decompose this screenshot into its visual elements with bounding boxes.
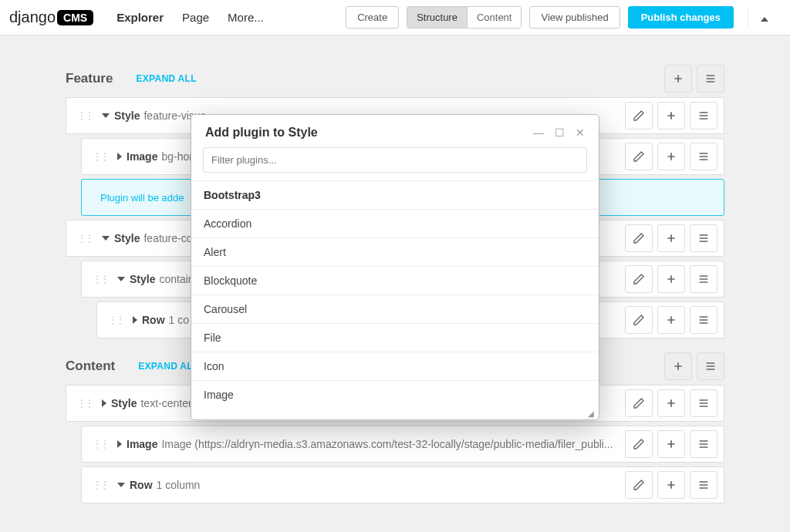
drag-handle-icon[interactable]: ⋮⋮ (88, 274, 113, 285)
add-button[interactable] (657, 389, 685, 417)
plugin-category: Bootstrap3 (191, 181, 599, 210)
brand-name: django (9, 8, 56, 26)
add-button[interactable] (657, 102, 685, 130)
edit-button[interactable] (625, 430, 653, 458)
structure-tab[interactable]: Structure (407, 7, 468, 28)
plugin-type: Image (127, 150, 157, 163)
plugin-name: Image (https://aldryn-media.s3.amazonaws… (161, 438, 625, 450)
chevron-down-icon[interactable] (117, 277, 125, 281)
drag-handle-icon[interactable]: ⋮⋮ (88, 151, 113, 162)
edit-button[interactable] (625, 306, 653, 334)
plugin-filter-input[interactable] (203, 147, 587, 173)
menu-page[interactable]: Page (182, 11, 209, 24)
top-toolbar: django CMS Explorer Page More... Create … (0, 0, 790, 35)
plugin-item[interactable]: Carousel (191, 295, 599, 324)
add-button[interactable] (664, 65, 692, 93)
plugin-item[interactable]: File (191, 324, 599, 352)
plugin-item[interactable]: Blockquote (191, 267, 599, 295)
menu-button[interactable] (697, 65, 724, 93)
plugin-type: Style (130, 273, 155, 285)
section-title: Feature (66, 71, 113, 86)
add-button[interactable] (657, 265, 685, 293)
plugin-type: Image (127, 438, 157, 450)
menu-button[interactable] (690, 102, 717, 130)
plugin-item[interactable]: Image (191, 381, 599, 408)
edit-button[interactable] (625, 389, 653, 417)
section-title: Content (66, 359, 115, 374)
add-button[interactable] (664, 352, 692, 380)
modal-header: Add plugin to Style — ☐ ✕ (191, 115, 599, 147)
edit-button[interactable] (625, 265, 653, 293)
publish-changes-button[interactable]: Publish changes (628, 6, 734, 29)
plugin-row[interactable]: ⋮⋮ Image Image (https://aldryn-media.s3.… (81, 426, 724, 463)
chevron-down-icon[interactable] (117, 483, 125, 487)
plugin-item[interactable]: Icon (191, 352, 599, 381)
menu-button[interactable] (690, 471, 717, 499)
create-button[interactable]: Create (346, 6, 399, 29)
row-actions (625, 306, 717, 334)
edit-button[interactable] (625, 143, 653, 170)
menu-button[interactable] (690, 224, 717, 252)
row-actions (625, 430, 717, 458)
view-mode-segment: Structure Content (407, 6, 522, 29)
add-button[interactable] (657, 430, 685, 458)
menu-button[interactable] (690, 389, 717, 417)
chevron-up-icon (761, 17, 768, 22)
menu-button[interactable] (690, 143, 717, 170)
add-button[interactable] (657, 224, 685, 252)
toolbar-dropdown-toggle[interactable] (748, 6, 781, 29)
add-button[interactable] (657, 306, 685, 334)
main-menu: Explorer Page More... (116, 11, 264, 24)
chevron-right-icon[interactable] (102, 399, 106, 407)
chevron-down-icon[interactable] (102, 236, 110, 241)
row-actions (625, 389, 717, 417)
chevron-down-icon[interactable] (102, 113, 110, 118)
expand-all-link[interactable]: EXPAND ALL (136, 73, 196, 84)
content-tab[interactable]: Content (468, 7, 522, 28)
brand-logo: django CMS (9, 8, 93, 26)
plugin-item[interactable]: Accordion (191, 210, 599, 238)
maximize-icon[interactable]: ☐ (555, 126, 565, 139)
plugin-type: Style (114, 109, 140, 122)
edit-button[interactable] (625, 102, 653, 130)
chevron-right-icon[interactable] (117, 440, 122, 448)
row-actions (625, 224, 717, 252)
drag-handle-icon[interactable]: ⋮⋮ (88, 439, 113, 450)
resize-handle[interactable]: ◢ (191, 408, 599, 419)
row-actions (664, 352, 724, 380)
drag-handle-icon[interactable]: ⋮⋮ (73, 398, 97, 409)
brand-badge: CMS (57, 10, 93, 25)
plugin-row[interactable]: ⋮⋮ Row 1 column (81, 466, 724, 503)
add-button[interactable] (657, 143, 685, 170)
edit-button[interactable] (625, 471, 653, 499)
row-actions (664, 65, 724, 93)
menu-button[interactable] (690, 306, 717, 334)
add-plugin-modal: Add plugin to Style — ☐ ✕ Bootstrap3 Acc… (191, 114, 599, 420)
close-icon[interactable]: ✕ (576, 126, 585, 139)
chevron-right-icon[interactable] (133, 316, 137, 324)
view-published-button[interactable]: View published (529, 6, 620, 29)
menu-button[interactable] (697, 352, 724, 380)
toolbar-right: Create Structure Content View published … (346, 6, 781, 29)
row-actions (625, 471, 717, 499)
menu-button[interactable] (690, 430, 717, 458)
minimize-icon[interactable]: — (533, 126, 544, 139)
drag-handle-icon[interactable]: ⋮⋮ (103, 315, 128, 325)
row-actions (625, 143, 717, 170)
section-header: Feature EXPAND ALL (66, 65, 724, 93)
drag-handle-icon[interactable]: ⋮⋮ (73, 233, 97, 244)
drag-handle-icon[interactable]: ⋮⋮ (73, 110, 97, 121)
expand-all-link[interactable]: EXPAND AL (138, 361, 193, 372)
plugin-item[interactable]: Alert (191, 238, 599, 267)
edit-button[interactable] (625, 224, 653, 252)
menu-button[interactable] (690, 265, 717, 293)
add-button[interactable] (657, 471, 685, 499)
modal-title: Add plugin to Style (205, 126, 318, 140)
drag-handle-icon[interactable]: ⋮⋮ (88, 480, 113, 490)
menu-explorer[interactable]: Explorer (116, 11, 164, 24)
chevron-right-icon[interactable] (117, 153, 122, 160)
plugin-list[interactable]: Bootstrap3 AccordionAlertBlockquoteCarou… (191, 180, 599, 408)
plugin-type: Row (142, 314, 165, 326)
row-actions (625, 265, 717, 293)
menu-more[interactable]: More... (228, 11, 264, 24)
